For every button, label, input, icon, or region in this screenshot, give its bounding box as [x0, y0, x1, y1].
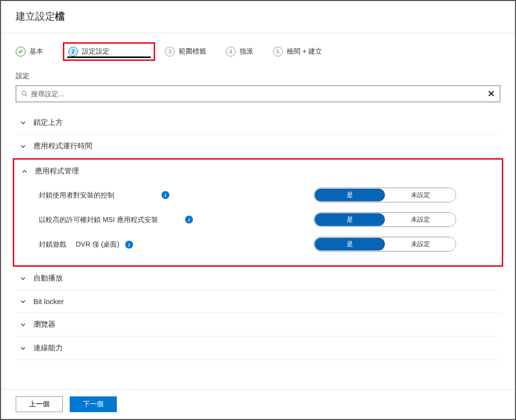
section-title: Bit locker: [33, 297, 64, 306]
svg-point-0: [22, 91, 26, 95]
section-title: 應用程式管理: [35, 167, 79, 176]
step-label: 檢閱 + 建立: [287, 47, 322, 56]
search-box[interactable]: ✕: [16, 85, 500, 102]
info-icon[interactable]: i: [125, 241, 133, 249]
chevron-down-icon: [20, 345, 27, 351]
section-autoplay[interactable]: 自動播放: [16, 267, 500, 290]
step-review[interactable]: 5 檢閱 + 建立: [273, 47, 322, 56]
section-title: 瀏覽器: [33, 320, 55, 329]
section-lock-above[interactable]: 鎖定上方: [16, 111, 500, 134]
chevron-down-icon: [20, 120, 27, 126]
check-icon: [16, 47, 26, 56]
toggle-unset[interactable]: 未設定: [385, 188, 456, 202]
svg-line-1: [26, 95, 27, 97]
step-number-icon: 4: [226, 47, 236, 56]
step-label: 基本: [29, 47, 43, 56]
step-settings[interactable]: 2 設定設定: [63, 42, 155, 61]
toggle-unset[interactable]: 未設定: [385, 237, 456, 251]
step-number-icon: 3: [165, 47, 175, 56]
step-label: 指派: [240, 47, 253, 56]
toggle-unset[interactable]: 未設定: [385, 213, 456, 226]
setting-row: 封鎖遊戲 DVR 僅 (桌面) i 是 未設定: [17, 232, 499, 256]
chevron-down-icon: [20, 299, 27, 305]
section-title: 連線能力: [33, 343, 63, 353]
settings-heading: 設定: [1, 66, 515, 85]
wizard-steps: 基本 2 設定設定 3 範圍標籤 4 指派 5 檢閱 + 建立: [1, 33, 515, 66]
info-icon[interactable]: i: [185, 216, 193, 224]
setting-label: 以較高的許可權封鎖 MSI 應用程式安裝: [39, 215, 162, 225]
toggle-yes[interactable]: 是: [315, 238, 385, 251]
step-label: 設定設定: [82, 47, 109, 56]
step-basic[interactable]: 基本: [16, 47, 43, 56]
chevron-up-icon: [21, 168, 28, 174]
toggle-yes[interactable]: 是: [315, 213, 385, 226]
search-input[interactable]: [31, 90, 488, 98]
section-title: 應用程式運行時間: [33, 141, 92, 151]
chevron-down-icon: [20, 322, 27, 328]
toggle-group[interactable]: 是 未設定: [314, 237, 456, 252]
setting-label: 封鎖使用者對安裝的控制: [39, 190, 162, 200]
info-icon[interactable]: i: [162, 191, 169, 199]
section-app-management[interactable]: 應用程式管理: [17, 160, 499, 183]
toggle-group[interactable]: 是 未設定: [314, 212, 456, 227]
chevron-down-icon: [20, 143, 27, 149]
step-number-icon: 2: [68, 47, 78, 56]
toggle-group[interactable]: 是 未設定: [314, 188, 456, 202]
footer: 上一個 下一個: [1, 389, 515, 419]
section-app-runtime[interactable]: 應用程式運行時間: [16, 135, 500, 158]
step-label: 範圍標籤: [179, 47, 206, 56]
clear-icon[interactable]: ✕: [488, 88, 495, 99]
search-icon: [21, 90, 28, 97]
section-browser[interactable]: 瀏覽器: [16, 313, 500, 336]
section-connectivity[interactable]: 連線能力: [16, 336, 500, 360]
setting-row: 封鎖使用者對安裝的控制 i 是 未設定: [17, 183, 499, 207]
highlighted-section: 應用程式管理 封鎖使用者對安裝的控制 i 是 未設定 以較高的許可權封鎖 MSI…: [13, 158, 503, 267]
next-button[interactable]: 下一個: [70, 396, 117, 412]
toggle-yes[interactable]: 是: [315, 189, 385, 201]
step-assign[interactable]: 4 指派: [226, 47, 253, 56]
section-title: 鎖定上方: [33, 118, 63, 127]
setting-row: 以較高的許可權封鎖 MSI 應用程式安裝 i 是 未設定: [17, 207, 499, 232]
page-title: 建立設定檔: [1, 1, 515, 33]
chevron-down-icon: [20, 276, 27, 281]
section-bitlocker[interactable]: Bit locker: [16, 290, 500, 312]
prev-button[interactable]: 上一個: [16, 396, 63, 412]
step-scope-tags[interactable]: 3 範圍標籤: [165, 47, 206, 56]
section-title: 自動播放: [33, 274, 63, 283]
step-number-icon: 5: [273, 47, 283, 56]
setting-label: 封鎖遊戲 DVR 僅 (桌面) i: [39, 239, 162, 250]
